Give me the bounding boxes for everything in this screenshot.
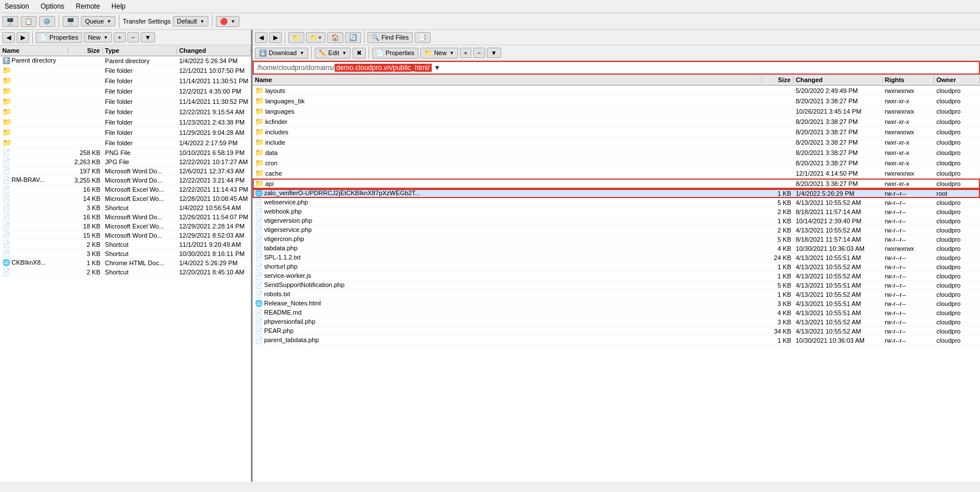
toolbar-session-btn[interactable]: 🖥️	[2, 16, 18, 27]
file-icon: 📄	[2, 204, 10, 211]
right-file-row[interactable]: 📄shorturl.php 1 KB 4/13/2021 10:55:52 AM…	[253, 262, 980, 272]
right-file-row[interactable]: 📁languages 10/26/2021 3:45:14 PM rwxrwxr…	[253, 106, 980, 117]
left-file-row[interactable]: 📄 16 KB Microsoft Excel Wo... 12/22/2021…	[0, 185, 251, 194]
left-file-row[interactable]: 📄 14 KB Microsoft Excel Wo... 12/28/2021…	[0, 194, 251, 203]
left-file-size: 2 KB	[68, 241, 103, 248]
right-nav-btn[interactable]: ◀	[255, 32, 268, 43]
right-file-row[interactable]: 📄phpversionfail.php 3 KB 4/13/2021 10:55…	[253, 317, 980, 327]
right-file-name: 📁api	[253, 179, 762, 188]
left-file-row[interactable]: 📄 197 KB Microsoft Word Do... 12/6/2021 …	[0, 166, 251, 176]
right-file-row[interactable]: 📄service-worker.js 1 KB 4/13/2021 10:55:…	[253, 272, 980, 281]
right-file-rights: rwxrwxrwx	[882, 87, 934, 94]
right-properties-btn[interactable]: 📄 Properties	[372, 48, 419, 59]
right-file-owner: cloudpro	[934, 87, 980, 94]
right-file-size: 1 KB	[762, 264, 793, 270]
right-filter-btn[interactable]: ▼	[487, 48, 501, 58]
left-file-row[interactable]: 📄 3 KB Shortcut 1/4/2022 10:56:54 AM	[0, 203, 251, 212]
left-file-list[interactable]: ⬆️Parent directory Parent directory 1/4/…	[0, 56, 251, 482]
left-back-btn[interactable]: ◀	[2, 32, 15, 43]
right-file-list[interactable]: 📁layouts 5/20/2020 2:49:49 PM rwxrwxrwx …	[253, 86, 980, 482]
left-file-row[interactable]: 📄 2,263 KB JPG File 12/22/2021 10:17:27 …	[0, 157, 251, 166]
toolbar-speedlimit-btn[interactable]: 🔴 ▼	[216, 16, 239, 27]
left-file-row[interactable]: 📁 File folder 11/14/2021 11:30:52 PM	[0, 96, 251, 107]
menu-help[interactable]: Help	[109, 1, 128, 11]
menu-remote[interactable]: Remote	[73, 1, 102, 11]
left-filter-btn[interactable]: ▼	[141, 32, 155, 42]
left-add-btn[interactable]: +	[114, 32, 125, 42]
left-properties-btn[interactable]: 📄 Properties	[36, 32, 82, 43]
toolbar-siteman-btn[interactable]: 📋	[21, 16, 37, 27]
right-file-row[interactable]: 📄PEAR.php 34 KB 4/13/2021 10:55:52 AM rw…	[253, 327, 980, 336]
left-file-type: File folder	[103, 109, 177, 115]
left-file-row[interactable]: 📁 File folder 12/22/2021 9:15:54 AM	[0, 107, 251, 117]
left-file-row[interactable]: 📄 16 KB Microsoft Word Do... 12/26/2021 …	[0, 212, 251, 222]
right-file-name: 📁languages	[253, 107, 762, 115]
left-file-row[interactable]: 📁 File folder 11/14/2021 11:30:51 PM	[0, 76, 251, 86]
right-refresh-btn[interactable]: 🔄	[345, 32, 361, 43]
right-file-changed: 4/13/2021 10:55:51 AM	[793, 300, 882, 307]
right-file-row[interactable]: 📁layouts 5/20/2020 2:49:49 PM rwxrwxrwx …	[253, 86, 980, 96]
right-file-row[interactable]: 📄parent_tabdata.php 1 KB 10/30/2021 10:3…	[253, 336, 980, 345]
file-icon: 📄	[255, 327, 263, 334]
left-file-row[interactable]: 📁 File folder 11/23/2021 2:43:38 PM	[0, 117, 251, 127]
right-add-btn[interactable]: +	[460, 48, 471, 58]
right-delete-btn[interactable]: ✖	[353, 48, 366, 59]
left-new-btn[interactable]: New ▼	[84, 32, 112, 42]
right-file-row[interactable]: 📁data 8/20/2021 3:38:27 PM rwxr-xr-x clo…	[253, 148, 980, 158]
right-file-row[interactable]: 📁includes 8/20/2021 3:38:27 PM rwxrwxrwx…	[253, 127, 980, 137]
right-new-btn[interactable]: 📁 New ▼	[420, 48, 458, 59]
right-file-row[interactable]: 📁cache 12/1/2021 4:14:50 PM rwxrwxrwx cl…	[253, 168, 980, 179]
transfer-value-btn[interactable]: Default ▼	[173, 16, 208, 26]
right-file-row[interactable]: 📁include 8/20/2021 3:38:27 PM rwxr-xr-x …	[253, 137, 980, 148]
right-file-row[interactable]: 📄README.md 4 KB 4/13/2021 10:55:51 AM rw…	[253, 308, 980, 317]
right-folder-btn[interactable]: 📁	[288, 32, 304, 43]
left-file-row[interactable]: 📄 3 KB Shortcut 10/30/2021 8:16:11 PM	[0, 249, 251, 258]
right-file-row[interactable]: 🌐zalo_verifierO-UPDRRCJ2jEtCKBIknX87pXzW…	[253, 189, 980, 198]
left-file-row[interactable]: ⬆️Parent directory Parent directory 1/4/…	[0, 56, 251, 65]
right-file-row[interactable]: 📁cron 8/20/2021 3:38:27 PM rwxr-xr-x clo…	[253, 158, 980, 168]
toolbar-sitemanager-btn[interactable]: 🖥️	[63, 16, 79, 27]
right-file-row[interactable]: 📄tabdata.php 4 KB 10/30/2021 10:36:03 AM…	[253, 244, 980, 253]
menu-options[interactable]: Options	[38, 1, 67, 11]
left-file-row[interactable]: 📄 258 KB PNG File 10/10/2021 6:58:19 PM	[0, 148, 251, 157]
right-bookmark-btn[interactable]: 📑	[415, 32, 431, 43]
right-file-row[interactable]: 📁languages_bk 8/20/2021 3:38:27 PM rwxr-…	[253, 96, 980, 106]
right-file-row[interactable]: 📁api 8/20/2021 3:38:27 PM rwxr-xr-x clou…	[253, 179, 980, 189]
right-file-row[interactable]: 📄webservice.php 5 KB 4/13/2021 10:55:52 …	[253, 198, 980, 207]
right-file-row[interactable]: 📄SendSupportNotification.php 5 KB 4/13/2…	[253, 281, 980, 290]
left-fwd-btn[interactable]: ▶	[17, 32, 29, 43]
left-file-row[interactable]: 📁 File folder 12/2/2021 4:35:00 PM	[0, 86, 251, 96]
right-nav-btn2[interactable]: ▶	[269, 32, 282, 43]
right-file-row[interactable]: 📄vtigercron.php 5 KB 8/18/2021 11:57:14 …	[253, 235, 980, 244]
right-file-row[interactable]: 📄vtigerversion.php 1 KB 10/14/2021 2:39:…	[253, 216, 980, 226]
file-icon: 📄	[255, 245, 263, 251]
left-file-row[interactable]: 📁 File folder 11/29/2021 9:04:28 AM	[0, 127, 251, 138]
download-btn[interactable]: ⬇️ Download ▼	[255, 48, 308, 59]
edit-btn[interactable]: ✏️ Edit ▼	[315, 48, 351, 59]
right-file-row[interactable]: 🌐Release_Notes.html 3 KB 4/13/2021 10:55…	[253, 299, 980, 308]
right-file-row[interactable]: 📄webhook.php 2 KB 8/18/2021 11:57:14 AM …	[253, 207, 980, 216]
left-remove-btn[interactable]: −	[127, 32, 139, 42]
right-file-row[interactable]: 📄robots.txt 1 KB 4/13/2021 10:55:52 AM r…	[253, 290, 980, 299]
find-files-btn[interactable]: 🔍 Find Files	[367, 32, 413, 43]
right-remove-btn[interactable]: −	[473, 48, 485, 58]
path-dropdown-arrow[interactable]: ▼	[434, 64, 441, 72]
left-file-row[interactable]: 📄 2 KB Shortcut 12/20/2021 8:45:10 AM	[0, 268, 251, 277]
queue-btn[interactable]: Queue ▼	[81, 16, 115, 26]
left-file-row[interactable]: 📄 2 KB Shortcut 11/1/2021 9:20:49 AM	[0, 240, 251, 249]
right-file-row[interactable]: 📄vtigerservice.php 2 KB 4/13/2021 10:55:…	[253, 226, 980, 235]
left-file-changed: 12/20/2021 8:45:10 AM	[177, 269, 251, 276]
left-file-row[interactable]: 📄 15 KB Microsoft Word Do... 12/29/2021 …	[0, 231, 251, 240]
right-newfolder-btn[interactable]: 📁+	[306, 32, 326, 43]
right-home-btn[interactable]: 🏠	[327, 32, 343, 43]
toolbar-settings-btn[interactable]: ⚙️	[39, 16, 55, 27]
left-file-row[interactable]: 📁 File folder 1/4/2022 2:17:59 PM	[0, 138, 251, 148]
left-file-row[interactable]: 📁 File folder 12/1/2021 10:07:50 PM	[0, 65, 251, 76]
menu-session[interactable]: Session	[2, 1, 32, 11]
right-file-row[interactable]: 📄SPL-1.1.2.txt 24 KB 4/13/2021 10:55:51 …	[253, 253, 980, 262]
right-path-bar[interactable]: /home/cloudpro/domains/demo.cloudpro.vn/…	[253, 61, 980, 75]
left-file-row[interactable]: 📄RM-BRAV... 3,255 KB Microsoft Word Do..…	[0, 176, 251, 185]
left-file-row[interactable]: 🌐CKBIknX8... 1 KB Chrome HTML Doc... 1/4…	[0, 258, 251, 268]
right-file-row[interactable]: 📁kcfinder 8/20/2021 3:38:27 PM rwxr-xr-x…	[253, 117, 980, 127]
left-file-row[interactable]: 📄 18 KB Microsoft Excel Wo... 12/29/2021…	[0, 222, 251, 231]
